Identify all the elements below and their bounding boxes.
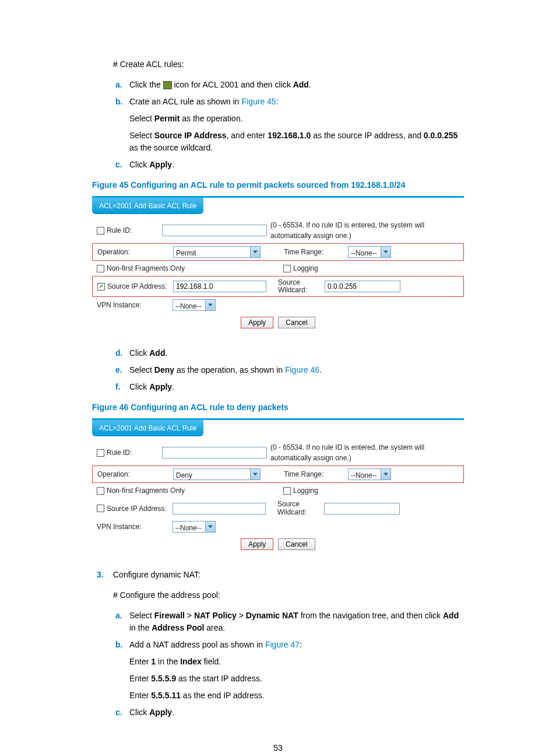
- step-c: c.Click Apply.: [92, 159, 464, 171]
- step3-b-c1: Enter 1 in the Index field.: [92, 656, 464, 668]
- operation-row: Operation: Deny Time Range: --None--: [92, 466, 464, 483]
- operation-label: Operation:: [97, 469, 130, 480]
- link-figure-47[interactable]: Figure 47: [265, 640, 300, 649]
- cancel-button[interactable]: Cancel: [278, 538, 315, 550]
- vpn-label: VPN Instance:: [97, 522, 142, 532]
- srcip-input[interactable]: [173, 281, 266, 292]
- ruleid-note: (0 - 65534. If no rule ID is entered, th…: [270, 442, 459, 463]
- step3-b-c2: Enter 5.5.5.9 as the start IP address.: [92, 673, 464, 685]
- page-number: 53: [92, 742, 464, 754]
- nonfirst-label: Non-first Fragments Only: [107, 485, 185, 496]
- form-tab: ACL=2001 Add Basic ACL Rule: [92, 198, 203, 214]
- srcwild-input[interactable]: [325, 281, 400, 292]
- ruleid-note: (0 - 65534. If no rule ID is entered, th…: [270, 220, 459, 241]
- vpn-select[interactable]: --None--: [173, 521, 216, 533]
- step-d: d.Click Add.: [92, 347, 464, 359]
- srcip-label: Source IP Address:: [107, 503, 167, 514]
- logging-label: Logging: [293, 263, 318, 274]
- nonfirst-checkbox[interactable]: [97, 265, 104, 272]
- ruleid-checkbox[interactable]: [97, 449, 104, 457]
- edit-icon: [163, 81, 172, 89]
- ruleid-label: Rule ID:: [107, 225, 132, 236]
- operation-row: Operation: Permit Time Range: --None--: [92, 243, 464, 261]
- step-3: 3.Configure dynamic NAT:: [92, 569, 464, 581]
- srcip-checkbox[interactable]: ✔: [97, 283, 105, 290]
- srcwild-input[interactable]: [324, 503, 400, 514]
- timerange-label: Time Range:: [284, 470, 323, 478]
- logging-checkbox[interactable]: [283, 265, 291, 272]
- step-f: f.Click Apply.: [92, 381, 464, 393]
- step3-a: a.Select Firewall > NAT Policy > Dynamic…: [92, 610, 464, 634]
- operation-select[interactable]: Permit: [173, 246, 261, 258]
- step-3-intro: # Configure the address pool:: [92, 589, 464, 601]
- logging-checkbox[interactable]: [283, 487, 291, 495]
- srcip-label: Source IP Address:: [107, 281, 167, 292]
- ruleid-checkbox[interactable]: [97, 227, 104, 235]
- vpn-select[interactable]: --None--: [173, 299, 216, 311]
- create-acl-intro: # Create ACL rules:: [92, 58, 464, 71]
- srcip-row: ✔Source IP Address: Source Wildcard:: [92, 276, 464, 297]
- nonfirst-checkbox[interactable]: [97, 487, 104, 495]
- figure-45-form: ACL=2001 Add Basic ACL Rule Rule ID: (0 …: [92, 196, 464, 335]
- step-b: b.Crate an ACL rule as shown in Figure 4…: [92, 96, 464, 108]
- timerange-select[interactable]: --None--: [348, 246, 391, 258]
- step-b-cont2: Select Source IP Address, and enter 192.…: [92, 130, 464, 154]
- step3-b: b.Add a NAT address pool as shown in Fig…: [92, 639, 464, 651]
- ruleid-label: Rule ID:: [107, 447, 132, 458]
- vpn-label: VPN Instance:: [97, 300, 142, 310]
- ruleid-input[interactable]: [162, 447, 267, 459]
- step-a: a.Click the icon for ACL 2001 and then c…: [92, 79, 464, 91]
- link-figure-45[interactable]: Figure 45: [241, 97, 276, 106]
- step-b-cont1: Select Permit as the operation.: [92, 113, 464, 125]
- srcip-checkbox[interactable]: [97, 505, 104, 512]
- apply-button[interactable]: Apply: [241, 317, 273, 328]
- timerange-select[interactable]: --None--: [348, 468, 391, 480]
- timerange-label: Time Range:: [284, 248, 323, 256]
- ruleid-input[interactable]: [162, 225, 267, 236]
- srcwild-label: Source Wildcard:: [277, 500, 307, 516]
- link-figure-46[interactable]: Figure 46: [285, 365, 319, 374]
- figure-45-heading: Figure 45 Configuring an ACL rule to per…: [92, 179, 464, 191]
- srcwild-label: Source Wildcard:: [278, 278, 307, 294]
- figure-46-heading: Figure 46 Configuring an ACL rule to den…: [92, 401, 464, 414]
- operation-select[interactable]: Deny: [173, 468, 261, 480]
- srcip-input[interactable]: [173, 503, 266, 514]
- step-e: e.Select Deny as the operation, as shown…: [92, 364, 464, 376]
- logging-label: Logging: [293, 485, 318, 496]
- form-tab: ACL=2001 Add Basic ACL Rule: [92, 420, 203, 436]
- step3-c: c.Click Apply.: [92, 706, 464, 719]
- operation-label: Operation:: [97, 247, 130, 257]
- step3-b-c3: Enter 5.5.5.11 as the end IP address.: [92, 690, 464, 702]
- apply-button[interactable]: Apply: [241, 538, 273, 550]
- figure-46-form: ACL=2001 Add Basic ACL Rule Rule ID: (0 …: [92, 418, 464, 556]
- nonfirst-label: Non-first Fragments Only: [107, 263, 185, 274]
- cancel-button[interactable]: Cancel: [278, 317, 315, 328]
